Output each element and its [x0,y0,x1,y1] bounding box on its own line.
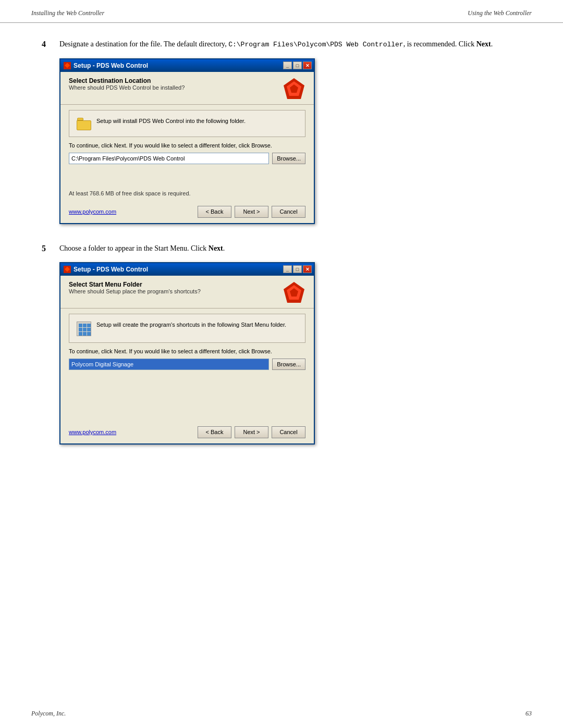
step4-tb-buttons: _ □ ✕ [283,61,312,69]
step5-close-btn[interactable]: ✕ [303,265,312,273]
step5-bold: Next [209,244,223,252]
step5-dialog-footer: www.polycom.com < Back Next > Cancel [60,423,314,443]
header-left: Installing the Web Controller [31,9,104,17]
step5-polycom-logo [283,281,305,304]
step5-intro: 5 Choose a folder to appear in the Start… [42,243,521,254]
step5-title-bar-left: Setup - PDS Web Control [64,266,283,273]
step4-input-row: Browse... [69,153,305,164]
step5-inner-text: Setup will create the program's shortcut… [96,320,298,329]
step4-dialog-title: Setup - PDS Web Control [74,62,148,69]
step4-section-subtitle: Where should PDS Web Control be installe… [69,84,185,91]
polycom-logo-svg-5 [283,281,305,304]
step5-dialog: Setup - PDS Web Control _ □ ✕ Select Sta… [59,262,315,445]
step5-text: Choose a folder to appear in the Start M… [59,243,521,254]
icon-cell [87,324,91,327]
step5-dialog-wrapper: Setup - PDS Web Control _ □ ✕ Select Sta… [59,262,521,445]
icon-cell [79,332,82,336]
step4-dialog-footer: www.polycom.com < Back Next > Cancel [60,203,314,223]
icon-cell [87,332,91,336]
icon-cell [83,328,87,331]
step4-section: 4 Designate a destination for the file. … [42,39,521,224]
step4-inner-box: Setup will install PDS Web Control into … [69,110,305,137]
step5-number: 5 [42,244,54,253]
step4-text: Designate a destination for the file. Th… [59,39,521,50]
step4-title-bar-left: Setup - PDS Web Control [64,62,283,69]
step5-cancel-btn[interactable]: Cancel [272,426,305,438]
folder-body [77,120,91,130]
step4-intro: 4 Designate a destination for the file. … [42,39,521,50]
step5-input-row: Browse... [69,359,305,370]
step4-folder-icon [77,118,91,130]
step4-title-icon [64,62,71,69]
setup-icon-5 [65,267,70,272]
icon-cell [87,328,91,331]
step5-back-btn[interactable]: < Back [198,426,231,438]
step4-bold: Next [476,40,491,48]
polycom-logo-svg [283,77,305,100]
page-footer: Polycom, Inc. 63 [31,710,532,718]
step4-section-title: Select Destination Location [69,77,185,84]
step4-dialog-wrapper: Setup - PDS Web Control _ □ ✕ Select Des… [59,58,521,224]
step4-dialog-header-text: Select Destination Location Where should… [69,77,185,91]
step5-browse-btn[interactable]: Browse... [272,359,305,370]
step5-dialog-header: Select Start Menu Folder Where should Se… [60,276,314,309]
step5-minimize-btn[interactable]: _ [283,265,292,273]
step4-inner-row: Setup will install PDS Web Control into … [77,117,298,130]
step4-path-input[interactable] [69,153,269,164]
step4-browse-btn[interactable]: Browse... [272,153,305,164]
step5-polycom-link[interactable]: www.polycom.com [69,429,116,435]
step4-dialog-header: Select Destination Location Where should… [60,72,314,105]
step5-period: . [223,244,225,252]
icon-cell [79,328,82,331]
step4-text-before: Designate a destination for the file. Th… [59,40,228,48]
step4-polycom-logo [283,77,305,100]
step5-path-input[interactable] [69,359,269,370]
step5-next-btn[interactable]: Next > [235,426,268,438]
step4-dialog: Setup - PDS Web Control _ □ ✕ Select Des… [59,58,315,224]
step5-title-icon [64,266,71,273]
page-header: Installing the Web Controller Using the … [0,0,563,23]
icon-cell [79,324,82,327]
step4-dialog-content: Setup will install PDS Web Control into … [60,105,314,203]
step5-spacer [69,370,305,417]
step5-maximize-btn[interactable]: □ [293,265,302,273]
step4-maximize-btn[interactable]: □ [293,61,302,69]
step5-title-bar: Setup - PDS Web Control _ □ ✕ [60,263,314,276]
setup-icon [65,63,70,68]
footer-left: Polycom, Inc. [31,710,66,718]
step4-inner-text: Setup will install PDS Web Control into … [96,117,298,126]
step4-number: 4 [42,40,54,49]
step4-text-after: , is recommended. Click [403,40,476,48]
step4-back-btn[interactable]: < Back [198,206,231,218]
step5-section: 5 Choose a folder to appear in the Start… [42,243,521,445]
step5-text-main: Choose a folder to appear in the Start M… [59,244,209,252]
step5-inner-box: Setup will create the program's shortcut… [69,314,305,343]
step4-minimize-btn[interactable]: _ [283,61,292,69]
folder-tab [77,118,83,120]
step4-title-bar: Setup - PDS Web Control _ □ ✕ [60,59,314,72]
step4-polycom-link[interactable]: www.polycom.com [69,208,116,215]
step5-footer-buttons: < Back Next > Cancel [198,426,305,438]
step5-start-menu-icon [77,322,91,336]
footer-right: 63 [525,710,532,718]
step4-next-btn[interactable]: Next > [235,206,268,218]
step5-section-title: Select Start Menu Folder [69,281,201,288]
step4-continue-text: To continue, click Next. If you would li… [69,142,305,149]
step5-inner-row: Setup will create the program's shortcut… [77,320,298,336]
step5-dialog-title: Setup - PDS Web Control [74,266,148,273]
step5-section-subtitle: Where should Setup place the program's s… [69,288,201,294]
icon-cell [83,324,87,327]
step4-disk-text: At least 768.6 MB of free disk space is … [69,190,305,196]
step4-close-btn[interactable]: ✕ [303,61,312,69]
step4-period: . [491,40,493,48]
icon-cell [83,332,87,336]
step5-dialog-content: Setup will create the program's shortcut… [60,309,314,423]
step4-code: C:\Program Files\Polycom\PDS Web Control… [228,41,403,48]
header-right: Using the Web Controller [468,9,532,17]
page-content: 4 Designate a destination for the file. … [0,23,563,484]
step4-footer-buttons: < Back Next > Cancel [198,206,305,218]
step4-cancel-btn[interactable]: Cancel [272,206,305,218]
step5-dialog-header-text: Select Start Menu Folder Where should Se… [69,281,201,294]
step5-continue-text: To continue, click Next. If you would li… [69,348,305,354]
step5-tb-buttons: _ □ ✕ [283,265,312,273]
